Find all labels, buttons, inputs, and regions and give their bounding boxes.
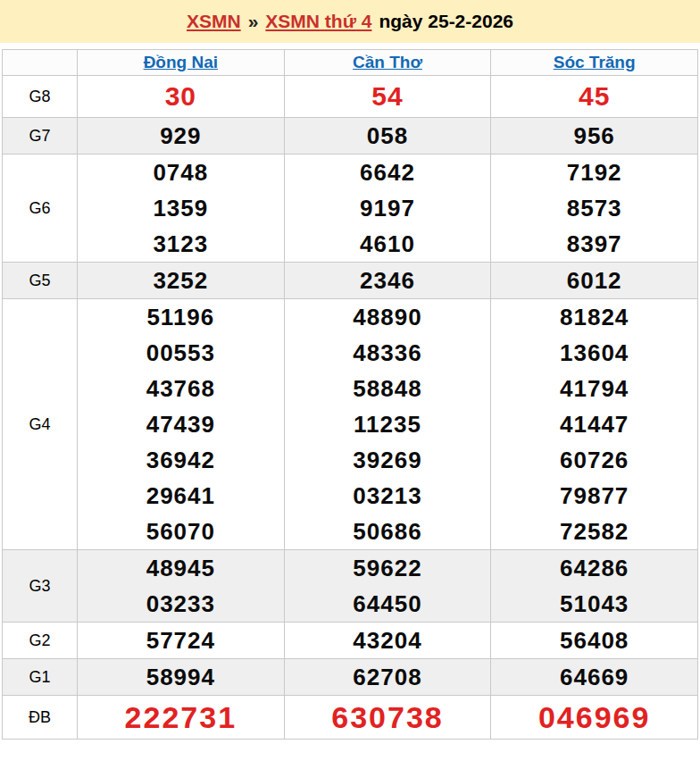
prize-label: G3	[3, 550, 78, 623]
prize-cell: 30	[78, 76, 285, 118]
prize-value: 45	[491, 76, 697, 117]
prize-value: 4610	[285, 226, 491, 262]
prize-value: 48945	[78, 550, 284, 586]
prize-value: 2346	[285, 263, 491, 298]
prize-cell: 5962264450	[284, 550, 491, 623]
prize-cell: 046969	[491, 696, 698, 740]
prize-value: 00553	[78, 335, 284, 371]
prize-label: G7	[3, 118, 78, 155]
prize-cell: 719285738397	[491, 155, 698, 263]
prize-cell: 57724	[78, 623, 285, 659]
prize-value: 41447	[491, 406, 697, 442]
prize-value: 6012	[491, 263, 697, 298]
prize-value: 81824	[491, 299, 697, 335]
province-link[interactable]: Sóc Trăng	[554, 53, 636, 71]
prize-row-B: ĐB222731630738046969	[3, 696, 698, 740]
results-table-head: Đồng NaiCần ThơSóc Trăng	[3, 50, 698, 76]
prize-cell: 630738	[284, 696, 491, 740]
prize-value: 57724	[78, 623, 284, 658]
prize-value: 222731	[78, 696, 284, 739]
prize-cell: 929	[78, 118, 285, 155]
prize-value: 56408	[491, 623, 697, 658]
prize-value: 36942	[78, 442, 284, 478]
prize-value: 1359	[78, 190, 284, 226]
prize-label: G2	[3, 623, 78, 659]
prize-cell: 64669	[491, 659, 698, 696]
prize-cell: 6428651043	[491, 550, 698, 623]
results-table-body: G8305445G7929058956G60748135931236642919…	[3, 76, 698, 740]
breadcrumb-date: ngày 25-2-2026	[379, 11, 513, 32]
prize-value: 3123	[78, 226, 284, 262]
prize-value: 43204	[285, 623, 491, 658]
prize-cell: 2346	[284, 263, 491, 299]
prize-row-G8: G8305445	[3, 76, 698, 118]
prize-value: 13604	[491, 335, 697, 371]
prize-value: 50686	[285, 514, 491, 549]
prize-value: 54	[285, 76, 491, 117]
prize-value: 29641	[78, 478, 284, 514]
prize-label: ĐB	[3, 696, 78, 740]
prize-cell: 81824136044179441447607267987772582	[491, 299, 698, 550]
prize-label: G6	[3, 155, 78, 263]
lottery-results-table: Đồng NaiCần ThơSóc Trăng G8305445G792905…	[2, 49, 698, 740]
prize-value: 48336	[285, 335, 491, 371]
prize-cell: 058	[284, 118, 491, 155]
prize-value: 8573	[491, 190, 697, 226]
breadcrumb-day-link[interactable]: XSMN thứ 4	[265, 11, 371, 32]
prize-value: 51043	[491, 586, 697, 622]
prize-cell: 62708	[284, 659, 491, 696]
prize-cell: 3252	[78, 263, 285, 299]
prize-row-G5: G5325223466012	[3, 263, 698, 299]
prize-value: 62708	[285, 659, 491, 695]
prize-value: 11235	[285, 406, 491, 442]
page-header: XSMN » XSMN thứ 4 ngày 25-2-2026	[0, 0, 700, 43]
prize-row-G6: G6074813593123664291974610719285738397	[3, 155, 698, 263]
prize-value: 60726	[491, 442, 697, 478]
prize-cell: 956	[491, 118, 698, 155]
prize-value: 51196	[78, 299, 284, 335]
prize-value: 046969	[491, 696, 697, 739]
prize-value: 929	[78, 118, 284, 154]
prize-value: 41794	[491, 371, 697, 406]
prize-value: 43768	[78, 371, 284, 406]
corner-cell	[3, 50, 78, 76]
prize-value: 56070	[78, 514, 284, 549]
prize-cell: 664291974610	[284, 155, 491, 263]
prize-cell: 4894503233	[78, 550, 285, 623]
prize-value: 0748	[78, 155, 284, 190]
prize-value: 956	[491, 118, 697, 154]
prize-value: 64286	[491, 550, 697, 586]
prize-value: 3252	[78, 263, 284, 298]
prize-value: 64450	[285, 586, 491, 622]
prize-value: 630738	[285, 696, 491, 739]
breadcrumb-xsmn-link[interactable]: XSMN	[187, 11, 241, 32]
province-link[interactable]: Cần Thơ	[353, 53, 422, 71]
prize-value: 30	[78, 76, 284, 117]
prize-row-G3: G3489450323359622644506428651043	[3, 550, 698, 623]
prize-value: 7192	[491, 155, 697, 190]
prize-label: G4	[3, 299, 78, 550]
prize-row-G4: G451196005534376847439369422964156070488…	[3, 299, 698, 550]
prize-value: 47439	[78, 406, 284, 442]
province-link[interactable]: Đồng Nai	[144, 53, 218, 71]
prize-cell: 43204	[284, 623, 491, 659]
prize-value: 79877	[491, 478, 697, 514]
prize-value: 64669	[491, 659, 697, 695]
breadcrumb-separator: »	[248, 11, 259, 32]
prize-cell: 222731	[78, 696, 285, 740]
prize-cell: 45	[491, 76, 698, 118]
prize-cell: 51196005534376847439369422964156070	[78, 299, 285, 550]
prize-cell: 6012	[491, 263, 698, 299]
prize-value: 48890	[285, 299, 491, 335]
prize-value: 03233	[78, 586, 284, 622]
column-header: Sóc Trăng	[491, 50, 698, 76]
column-header: Cần Thơ	[284, 50, 491, 76]
column-header-row: Đồng NaiCần ThơSóc Trăng	[3, 50, 698, 76]
prize-value: 9197	[285, 190, 491, 226]
prize-value: 39269	[285, 442, 491, 478]
prize-value: 58848	[285, 371, 491, 406]
prize-value: 58994	[78, 659, 284, 695]
prize-label: G5	[3, 263, 78, 299]
prize-value: 72582	[491, 514, 697, 549]
prize-cell: 48890483365884811235392690321350686	[284, 299, 491, 550]
